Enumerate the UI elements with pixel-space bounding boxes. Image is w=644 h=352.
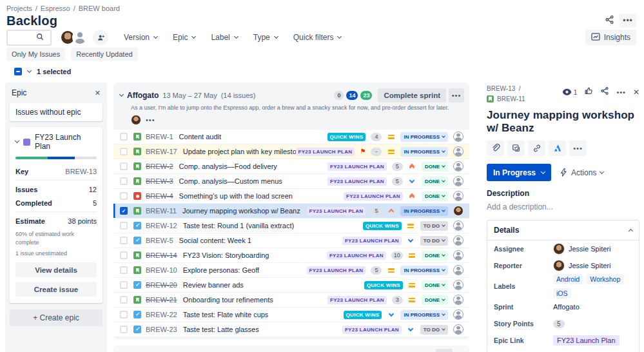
- issue-title[interactable]: Comp. analysis—Custom menus: [179, 177, 282, 185]
- filter-dropdown-quick-filters[interactable]: Quick filters: [293, 33, 342, 42]
- row-checkbox[interactable]: [120, 177, 128, 185]
- board-search[interactable]: [6, 30, 52, 46]
- assignee-avatar[interactable]: [453, 280, 463, 290]
- estimate-badge[interactable]: 3: [392, 296, 403, 304]
- assignee-avatar[interactable]: [453, 324, 463, 335]
- status-dropdown[interactable]: IN PROGRESS: [400, 266, 448, 275]
- assignee-avatar[interactable]: [453, 235, 463, 246]
- create-epic-button[interactable]: + Create epic: [10, 309, 102, 326]
- status-dropdown[interactable]: DONE: [422, 191, 448, 201]
- row-checkbox[interactable]: [120, 266, 128, 274]
- story-points-value[interactable]: 5: [553, 320, 565, 328]
- issue-title[interactable]: Content audit: [179, 133, 221, 141]
- status-dropdown[interactable]: DONE: [422, 280, 448, 290]
- estimate-badge[interactable]: 5: [392, 177, 403, 186]
- epic-label-chip[interactable]: QUICK WINS: [364, 281, 403, 289]
- issue-row[interactable]: ✓ BREW-20 Review banner ads QUICK WINS D…: [113, 278, 469, 293]
- issue-row[interactable]: ✓ BREW-5 Social content: Week 1 FY23 LAU…: [113, 233, 469, 248]
- add-people-button[interactable]: [93, 30, 108, 45]
- estimate-badge[interactable]: 5: [371, 207, 382, 215]
- issue-row[interactable]: BREW-2 Comp. analysis—Food delivery FY23…: [113, 159, 469, 174]
- row-checkbox[interactable]: [120, 251, 128, 259]
- issue-title[interactable]: Social content: Week 1: [179, 237, 251, 244]
- filter-dropdown-label[interactable]: Label: [211, 33, 237, 42]
- issue-title[interactable]: FY23 Vision: Storyboarding: [183, 251, 269, 259]
- breadcrumb-brew-board[interactable]: BREW board: [79, 5, 120, 12]
- epic-label-chip[interactable]: FY23 LAUNCH PLAN: [342, 326, 402, 334]
- issue-row[interactable]: ✓ BREW-23 Taste test: Latte glasses FY23…: [113, 322, 469, 337]
- epic-label-chip[interactable]: FY23 LAUNCH PLAN: [307, 207, 366, 215]
- close-icon[interactable]: ✕: [633, 88, 639, 97]
- issue-detail-title[interactable]: Journey mapping workshop w/ Beanz: [487, 109, 639, 135]
- status-dropdown[interactable]: IN PROGRESS: [400, 147, 448, 157]
- assignee-avatar[interactable]: [453, 146, 463, 157]
- issue-row[interactable]: ✓ BREW-12 Taste test: Round 1 (vanilla e…: [113, 219, 469, 233]
- epic-label-chip[interactable]: FY23 LAUNCH PLAN: [327, 296, 387, 304]
- issues-without-epic-item[interactable]: Issues without epic: [10, 103, 102, 121]
- row-checkbox[interactable]: [120, 296, 128, 304]
- epic-label-chip[interactable]: FY23 LAUNCH PLAN: [296, 148, 355, 156]
- sprint-value[interactable]: Affogato: [553, 303, 580, 311]
- issue-key-crumb[interactable]: BREW-11: [497, 94, 525, 104]
- issue-row[interactable]: BREW-4 Something's up with the load scre…: [113, 189, 469, 204]
- epic-label-chip[interactable]: FY23 LAUNCH PLAN: [344, 192, 403, 200]
- issue-title[interactable]: Taste test: Latte glasses: [183, 326, 259, 333]
- estimate-badge[interactable]: 5: [371, 266, 382, 275]
- like-icon[interactable]: [584, 86, 593, 98]
- epic-name[interactable]: FY23 Launch Plan: [35, 133, 97, 151]
- add-child-issue-icon[interactable]: [507, 141, 525, 156]
- issue-title[interactable]: Something's up with the load screen: [179, 192, 293, 200]
- sprint-name[interactable]: Affogato: [127, 91, 159, 100]
- status-dropdown[interactable]: TO DO: [420, 221, 448, 231]
- label-chip-workshop[interactable]: Workshop: [587, 274, 623, 284]
- row-checkbox[interactable]: [120, 311, 128, 318]
- sprint-collapse-chevron-icon[interactable]: [119, 92, 124, 97]
- search-input[interactable]: [8, 34, 36, 41]
- epic-link-value[interactable]: FY23 Launch Plan: [553, 335, 620, 346]
- assignee-avatar[interactable]: [453, 250, 463, 260]
- reporter-value[interactable]: Jessie Spiteri: [569, 262, 610, 269]
- issue-title[interactable]: Taste test: Flate white cups: [183, 311, 269, 318]
- attach-icon[interactable]: [487, 141, 504, 156]
- bulk-select-chevron-icon[interactable]: [27, 68, 32, 73]
- estimate-badge[interactable]: -: [371, 148, 382, 156]
- row-checkbox[interactable]: [120, 207, 128, 215]
- quick-filter-only-my-issues[interactable]: Only My Issues: [6, 48, 65, 61]
- epic-label-chip[interactable]: QUICK WINS: [363, 222, 402, 230]
- breadcrumb-espresso[interactable]: Espresso: [41, 5, 70, 12]
- status-dropdown[interactable]: DONE: [422, 162, 448, 171]
- issue-row[interactable]: BREW-17 Update project plan with key mil…: [113, 144, 469, 159]
- actions-dropdown-button[interactable]: Actions: [560, 168, 603, 177]
- sprint-more-button[interactable]: •••: [449, 88, 464, 103]
- issue-row[interactable]: BREW-10 Explore personas: Geoff FY23 LAU…: [113, 263, 469, 278]
- label-chip-ios[interactable]: iOS: [553, 288, 571, 298]
- board-more-button[interactable]: •••: [620, 14, 636, 28]
- more-actions-icon[interactable]: •••: [569, 141, 587, 156]
- assignee-value[interactable]: Jessie Spiteri: [569, 245, 610, 253]
- assignee-avatar[interactable]: [453, 265, 463, 275]
- assignee-avatar[interactable]: [453, 132, 463, 142]
- epic-label-chip[interactable]: FY23 LAUNCH PLAN: [327, 251, 386, 260]
- issue-title[interactable]: Update project plan with key milestones: [183, 148, 296, 155]
- assignee-avatar[interactable]: [453, 295, 463, 305]
- filter-dropdown-type[interactable]: Type: [253, 33, 278, 42]
- epic-panel-close-icon[interactable]: ✕: [95, 89, 101, 97]
- filter-dropdown-epic[interactable]: Epic: [173, 33, 195, 42]
- row-checkbox[interactable]: [120, 148, 128, 155]
- create-issue-button[interactable]: Create issue: [15, 282, 97, 297]
- issue-row[interactable]: BREW-3 Comp. analysis—Custom menus FY23 …: [113, 174, 469, 189]
- assignee-avatar[interactable]: [453, 191, 463, 201]
- description-placeholder[interactable]: Add a description...: [487, 202, 639, 211]
- issue-title[interactable]: Taste test: Round 1 (vanilla extract): [183, 222, 294, 230]
- assignee-avatar[interactable]: [453, 176, 463, 186]
- complete-sprint-button[interactable]: Complete sprint: [378, 88, 446, 103]
- sprint-avatar-jessie[interactable]: [131, 115, 141, 125]
- sprint-avatar-more-button[interactable]: •••: [146, 116, 155, 124]
- details-card-header[interactable]: Details: [487, 220, 639, 240]
- quick-filter-recently-updated[interactable]: Recently Updated: [71, 48, 137, 61]
- issue-row[interactable]: BREW-14 FY23 Vision: Storyboarding FY23 …: [113, 248, 469, 263]
- epic-label-chip[interactable]: FY23 LAUNCH PLAN: [307, 266, 366, 275]
- issue-row[interactable]: BREW-21 Onboarding tour refinements FY23…: [113, 293, 469, 308]
- status-dropdown-button[interactable]: In Progress: [487, 164, 551, 181]
- insights-button[interactable]: Insights: [585, 30, 636, 45]
